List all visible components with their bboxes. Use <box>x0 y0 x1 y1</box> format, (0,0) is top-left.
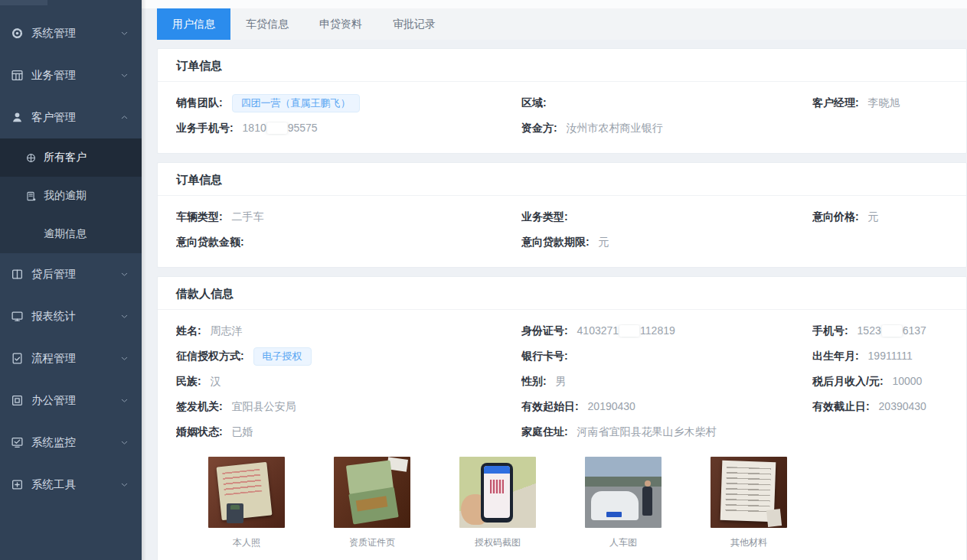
sales-team-tag[interactable]: 四团一营（直属王鹏飞） <box>232 94 360 112</box>
thumbnail-id-card[interactable]: 本人照 <box>208 457 285 549</box>
redaction-patch <box>267 122 287 134</box>
field-region: 区域: <box>521 96 812 110</box>
field-issuing-authority: 签发机关: 宜阳县公安局 <box>176 400 521 414</box>
book-icon <box>11 268 24 281</box>
field-business-phone: 业务手机号: 181095575 <box>176 122 521 135</box>
main-content: 用户信息 车贷信息 申贷资料 审批记录 订单信息 销售团队: 四团一营（直属王鹏… <box>142 0 967 560</box>
sidebar-item-label: 报表统计 <box>31 309 76 324</box>
credit-auth-tag[interactable]: 电子授权 <box>253 347 312 366</box>
thumbnail-person-car[interactable]: 人车图 <box>585 457 662 549</box>
field-bank-card: 银行卡号: <box>521 350 812 363</box>
sidebar-subitem-all-customers[interactable]: 所有客户 <box>0 138 142 177</box>
sidebar-item-system-management[interactable]: 系统管理 <box>0 12 142 54</box>
thumbnail-caption: 人车图 <box>585 536 662 549</box>
field-ethnicity: 民族: 汉 <box>176 375 521 389</box>
sidebar-subitem-label: 逾期信息 <box>44 227 87 241</box>
field-sales-team: 销售团队: 四团一营（直属王鹏飞） <box>176 94 521 112</box>
field-intent-price: 意向价格: 元 <box>812 210 948 224</box>
id-card-image <box>208 457 285 528</box>
chevron-down-icon <box>119 480 129 490</box>
sidebar-subitem-label: 我的逾期 <box>44 189 87 203</box>
sidebar-item-report-statistics[interactable]: 报表统计 <box>0 295 142 337</box>
sidebar-item-label: 系统管理 <box>31 26 76 41</box>
sidebar-item-business-management[interactable]: 业务管理 <box>0 54 142 96</box>
borrower-info-card: 借款人信息 姓名: 周志洋 身份证号: 4103271112819 手机号: 1… <box>157 276 967 560</box>
monitor-check-icon <box>11 436 24 449</box>
field-home-address: 家庭住址: 河南省宜阳县花果山乡木柴村 <box>521 425 812 439</box>
sidebar-item-label: 系统监控 <box>31 435 76 450</box>
loan-intent-card: 订单信息 车辆类型: 二手车 业务类型: 意向价格: 元 意向贷款金额: <box>157 162 967 268</box>
sidebar-item-label: 流程管理 <box>31 351 76 366</box>
field-id-number: 身份证号: 4103271112819 <box>521 324 812 338</box>
tab-loan-application-materials[interactable]: 申贷资料 <box>304 8 377 40</box>
sidebar: 系统管理 业务管理 客户管理 <box>0 0 142 560</box>
chevron-down-icon <box>119 396 129 405</box>
person-car-image <box>585 457 662 528</box>
card-title: 订单信息 <box>158 49 966 82</box>
thumbnail-green-booklet[interactable]: 资质证件页 <box>334 457 410 549</box>
tab-user-info[interactable]: 用户信息 <box>157 8 230 40</box>
thumbnail-handwritten-doc[interactable]: 其他材料 <box>711 457 787 549</box>
document-thumbnails: 本人照 资质证件页 授权码截图 <box>208 457 948 549</box>
sidebar-item-system-tools[interactable]: 系统工具 <box>0 464 142 506</box>
field-intent-loan-amount: 意向贷款金额: <box>176 236 521 249</box>
sidebar-item-label: 客户管理 <box>31 110 76 125</box>
field-monthly-income: 税后月收入/元: 10000 <box>812 375 948 389</box>
sidebar-item-office-management[interactable]: 办公管理 <box>0 379 142 422</box>
doc-check-icon <box>11 352 24 365</box>
field-vehicle-type: 车辆类型: 二手车 <box>176 210 521 224</box>
thumbnail-phone-qr[interactable]: 授权码截图 <box>459 457 536 549</box>
sidebar-subitem-overdue-info[interactable]: 逾期信息 <box>0 215 142 253</box>
thumbnail-caption: 资质证件页 <box>334 536 410 549</box>
field-mobile: 手机号: 15236137 <box>812 324 948 338</box>
chevron-down-icon <box>119 438 129 448</box>
grid-icon <box>11 69 24 82</box>
field-birth-date: 出生年月: 19911111 <box>812 350 948 363</box>
monitor-icon <box>11 310 24 323</box>
field-funder: 资金方: 汝州市农村商业银行 <box>521 122 812 135</box>
sidebar-item-system-monitoring[interactable]: 系统监控 <box>0 422 142 464</box>
box-plus-icon <box>11 478 24 491</box>
wheel-icon <box>25 152 37 164</box>
sidebar-subitem-my-overdue[interactable]: 我的逾期 <box>0 177 142 215</box>
square-icon <box>11 394 24 407</box>
tab-bar: 用户信息 车贷信息 申贷资料 审批记录 <box>157 8 967 40</box>
field-credit-auth-method: 征信授权方式: 电子授权 <box>176 347 521 366</box>
sidebar-item-label: 贷后管理 <box>31 267 76 282</box>
chevron-down-icon <box>119 70 129 80</box>
top-strip <box>142 0 967 8</box>
redaction-patch <box>619 325 639 337</box>
tab-car-loan-info[interactable]: 车贷信息 <box>230 8 304 40</box>
green-booklet-image <box>334 457 410 528</box>
card-title: 订单信息 <box>158 163 966 196</box>
thumbnail-caption: 授权码截图 <box>459 536 536 549</box>
user-icon <box>11 111 24 124</box>
field-valid-to: 有效截止日: 20390430 <box>812 400 948 414</box>
customer-management-submenu: 所有客户 我的逾期 逾期信息 <box>0 138 142 253</box>
sidebar-item-customer-management[interactable]: 客户管理 <box>0 96 142 138</box>
chevron-down-icon <box>119 28 129 38</box>
sidebar-item-process-management[interactable]: 流程管理 <box>0 337 142 379</box>
chevron-down-icon <box>119 353 129 363</box>
sidebar-item-label: 系统工具 <box>31 477 76 492</box>
chevron-down-icon <box>119 269 129 279</box>
gear-icon <box>11 27 24 40</box>
sidebar-item-postloan-management[interactable]: 贷后管理 <box>0 253 142 295</box>
field-customer-manager: 客户经理: 李晓旭 <box>812 96 948 110</box>
field-gender: 性别: 男 <box>521 375 812 389</box>
notebook-icon <box>25 190 37 202</box>
redaction-patch <box>882 325 902 337</box>
chevron-up-icon <box>119 112 129 122</box>
tab-approval-records[interactable]: 审批记录 <box>377 8 451 40</box>
field-valid-from: 有效起始日: 20190430 <box>521 400 812 414</box>
thumbnail-caption: 本人照 <box>208 536 285 549</box>
chevron-down-icon <box>119 311 129 321</box>
thumbnail-caption: 其他材料 <box>711 536 787 549</box>
field-name: 姓名: 周志洋 <box>176 324 521 338</box>
field-marital-status: 婚姻状态: 已婚 <box>176 425 521 439</box>
card-title: 借款人信息 <box>158 277 966 310</box>
sidebar-subitem-label: 所有客户 <box>44 151 87 164</box>
handwritten-doc-image <box>711 457 787 528</box>
order-info-card: 订单信息 销售团队: 四团一营（直属王鹏飞） 区域: 客户经理: 李晓旭 业务手 <box>157 48 967 154</box>
sidebar-item-label: 业务管理 <box>31 68 76 83</box>
